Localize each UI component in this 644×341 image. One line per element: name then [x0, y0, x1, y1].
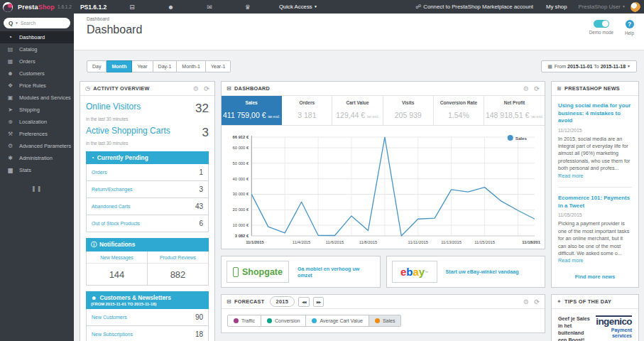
legend-traffic-button[interactable]: Traffic	[227, 315, 261, 327]
search-input[interactable]	[21, 21, 65, 26]
average-cart-value-dot-icon	[312, 318, 317, 323]
news-article: Using social media for your business: 4 …	[558, 102, 632, 180]
search-scope[interactable]: Q	[9, 20, 13, 26]
sidebar-item-administration[interactable]: ✱Administration	[0, 152, 74, 164]
date-range-picker[interactable]: ▦From 2015-11-01 To 2015-11-18 ▼	[541, 60, 637, 72]
help-label: Help	[625, 31, 634, 36]
news-article-title[interactable]: Ecommerce 101: Payments in a Tweet	[558, 195, 632, 210]
refresh-icon[interactable]: ⟳	[534, 85, 540, 92]
forecast-next-button[interactable]: ▶▶	[313, 297, 324, 307]
cart-icon: ⊟	[227, 85, 231, 92]
news-article-date: 11/05/2015	[558, 212, 632, 217]
currently-pending-header: ◔Currently Pending	[86, 151, 209, 164]
credit-card-icon: ▦	[6, 58, 14, 65]
prestashop-logo[interactable]	[3, 2, 13, 12]
demo-mode-toggle[interactable]	[594, 20, 609, 28]
date-range-bar: Day Month Year Day-1 Month-1 Year-1 ▦Fro…	[87, 60, 637, 72]
forecast-year-badge[interactable]: 2015	[270, 296, 295, 307]
forecast-panel-header: ⊟ FORECAST 2015 ◀◀ ▶▶ ⚙⟳	[222, 295, 545, 309]
legend-conversion-button[interactable]: Conversion	[261, 315, 306, 327]
collapse-menu-icon[interactable]: ❚❚	[0, 176, 74, 192]
kpi-cart-value[interactable]: Cart Value 129,44 € tax excl.	[332, 96, 383, 125]
new-messages-cell[interactable]: New Messages 144	[87, 251, 147, 285]
find-more-news-link[interactable]: Find more news	[558, 265, 632, 284]
forecast-prev-button[interactable]: ◀◀	[298, 297, 310, 307]
mail-icon[interactable]: ✉	[207, 4, 212, 11]
online-visitors-link[interactable]: Online Visitors	[86, 102, 141, 112]
user-avatar[interactable]	[631, 2, 640, 12]
legend-sales-button[interactable]: Sales	[369, 315, 402, 327]
my-shop-link[interactable]: My shop	[546, 4, 567, 10]
period-month-1-button[interactable]: Month-1	[177, 60, 206, 72]
period-year-1-button[interactable]: Year-1	[206, 60, 231, 72]
gear-icon[interactable]: ⚙	[523, 85, 529, 92]
sidebar-item-advanced-parameters[interactable]: ⚙Advanced Parameters	[0, 140, 74, 152]
active-carts-sub: in the last 30 minutes	[86, 141, 209, 146]
gear-icon[interactable]: ⚙	[193, 85, 199, 92]
calendar-icon: ▦	[547, 64, 552, 69]
kpi-net-profit[interactable]: Net Profit 148 918,51 € tax excl.	[484, 96, 545, 125]
active-carts-link[interactable]: Active Shopping Carts	[86, 126, 170, 136]
sidebar-item-dashboard[interactable]: ◔Dashboard	[0, 31, 74, 43]
pending-row-returns[interactable]: Return/Exchanges3	[86, 181, 209, 198]
sidebar-item-orders[interactable]: ▦Orders	[0, 55, 74, 67]
book-icon: ▤	[6, 46, 14, 53]
ebay-link[interactable]: Start uw eBay-winkel vandaag	[446, 269, 519, 275]
sidebar-item-catalog[interactable]: ▤Catalog	[0, 43, 74, 55]
kpi-visits[interactable]: Visits 205 939	[383, 96, 434, 125]
period-day-1-button[interactable]: Day-1	[153, 60, 178, 72]
link-icon: ☍	[415, 4, 421, 10]
gauge-icon: ◔	[6, 34, 14, 40]
quick-access-menu[interactable]: Quick Access ▼	[279, 4, 317, 10]
cart-icon[interactable]: ⊟	[129, 4, 135, 11]
pending-row-out-of-stock[interactable]: Out of Stock Products6	[86, 215, 209, 232]
sidebar-item-modules[interactable]: ▣Modules and Services	[0, 92, 74, 104]
customers-row-new-subscriptions[interactable]: New Subscriptions18	[86, 326, 209, 341]
period-day-button[interactable]: Day	[87, 60, 107, 72]
online-visitors-sub: in the last 30 minutes	[86, 117, 209, 121]
customer-icon[interactable]: ☻	[168, 4, 174, 11]
lightbulb-icon: ✦	[557, 298, 562, 305]
breadcrumb[interactable]: Dashboard	[87, 16, 644, 21]
kpi-conversion-rate[interactable]: Conversion Rate 1.54%	[434, 96, 484, 125]
marketplace-link[interactable]: ☍Connect to PrestaShop Marketplace accou…	[415, 4, 533, 10]
kpi-orders[interactable]: Orders 3 181	[282, 96, 332, 125]
read-more-link[interactable]: Read more	[558, 257, 584, 264]
period-year-button[interactable]: Year	[132, 60, 153, 72]
sidebar-item-price-rules[interactable]: ❖Price Rules	[0, 80, 74, 92]
news-article-title[interactable]: Using social media for your business: 4 …	[558, 102, 632, 125]
tips-of-the-day-panel: ✦ TIPS OF THE DAY ingenico Paymentservic…	[551, 294, 639, 341]
shopgate-link[interactable]: Ga mobiel en verhoog uw omzet	[298, 266, 375, 278]
legend-average-cart-value-button[interactable]: Average Cart Value	[306, 315, 369, 327]
search-box[interactable]: Q ▼	[4, 18, 70, 28]
forecast-panel: ⊟ FORECAST 2015 ◀◀ ▶▶ ⚙⟳ Traffic Convers…	[221, 294, 545, 333]
gear-icon[interactable]: ⚙	[523, 298, 529, 305]
period-button-group: Day Month Year Day-1 Month-1 Year-1	[87, 60, 231, 72]
sidebar-item-customers[interactable]: ☻Customers	[0, 67, 74, 80]
product-reviews-cell[interactable]: Product Reviews 882	[147, 251, 208, 285]
refresh-icon[interactable]: ⟳	[204, 85, 209, 92]
help-icon[interactable]: ?	[626, 20, 634, 28]
kpi-sales[interactable]: Sales 411 759,00 € tax excl.	[222, 96, 282, 125]
dashboard-panel-header: ⊟ DASHBOARD ⚙⟳	[222, 82, 545, 96]
svg-text:Sales: Sales	[515, 136, 528, 141]
period-month-button[interactable]: Month	[107, 60, 132, 72]
clock-icon: ◔	[91, 155, 94, 161]
pending-row-abandoned-carts[interactable]: Abandoned Carts43	[86, 198, 209, 215]
trophy-icon[interactable]: ♛	[245, 4, 251, 11]
truck-icon: ➤	[6, 107, 14, 113]
page-header: Dashboard Dashboard Demo mode ? Help	[74, 13, 644, 50]
svg-text:3 082 €: 3 082 €	[235, 234, 249, 238]
user-menu[interactable]: PrestaShop User ▼	[579, 4, 626, 10]
sidebar-item-preferences[interactable]: ⚒Preferences	[0, 128, 74, 140]
sidebar-item-localization[interactable]: ⊕Localization	[0, 116, 74, 128]
sidebar-item-stats[interactable]: ▆Stats	[0, 164, 74, 176]
svg-text:11/1/2015: 11/1/2015	[246, 240, 264, 244]
read-more-link[interactable]: Read more	[558, 173, 584, 179]
pending-row-orders[interactable]: Orders1	[86, 164, 209, 181]
customers-row-new-customers[interactable]: New Customers90	[86, 309, 209, 326]
sidebar-item-shipping[interactable]: ➤Shipping	[0, 104, 74, 116]
svg-text:30 000 €: 30 000 €	[233, 192, 249, 196]
refresh-icon[interactable]: ⟳	[534, 298, 540, 305]
news-article: Ecommerce 101: Payments in a Tweet 11/05…	[558, 187, 632, 265]
